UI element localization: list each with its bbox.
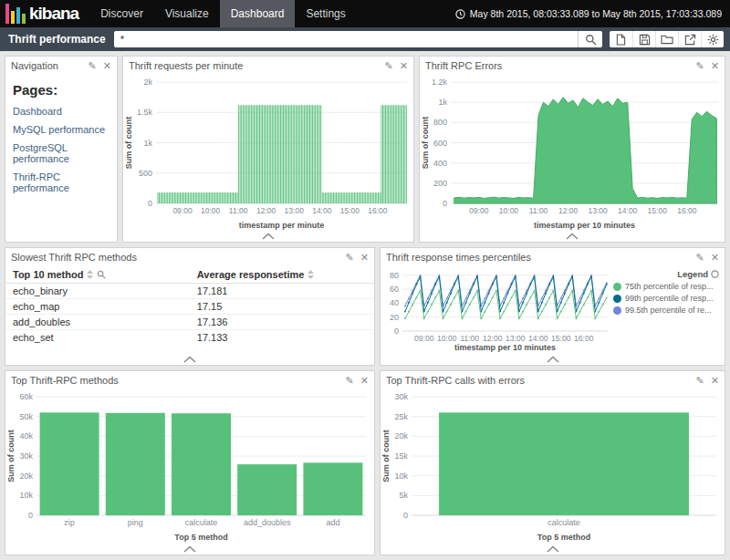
- svg-text:1.2k: 1.2k: [432, 78, 448, 87]
- collapse-panel-button[interactable]: [5, 353, 374, 365]
- kibana-logo-bars-icon: [5, 4, 26, 24]
- panel-top-methods: Top Thrift-RPC methods ✎ ✕ 010k20k30k40k…: [5, 370, 375, 555]
- sort-icon[interactable]: [87, 270, 93, 279]
- table-cell: 17.15: [190, 299, 374, 315]
- legend-entry[interactable]: 75th percentile of resp...: [613, 282, 719, 291]
- panel-navigation-header[interactable]: Navigation ✎ ✕: [5, 57, 117, 75]
- collapse-panel-button[interactable]: [381, 353, 725, 365]
- collapse-panel-button[interactable]: [123, 230, 413, 242]
- panel-top-methods-header[interactable]: Top Thrift-RPC methods ✎ ✕: [5, 371, 374, 389]
- top-errors-bar-chart[interactable]: 05k10k15k20k25k30kSum of countTop 5 meth…: [381, 389, 725, 543]
- nav-link-postgresql-performance[interactable]: PostgreSQL performance: [13, 142, 110, 164]
- panel-title: Thrift RPC Errors: [425, 60, 690, 71]
- column-header-method[interactable]: Top 10 method: [5, 266, 190, 284]
- svg-text:ping: ping: [128, 518, 143, 527]
- panel-response-percentiles: Thrift response times percentiles ✎ ✕ 02…: [380, 247, 725, 366]
- svg-text:timestamp per 10 minutes: timestamp per 10 minutes: [534, 221, 635, 230]
- close-panel-icon[interactable]: ✕: [400, 61, 408, 71]
- svg-text:10k: 10k: [19, 491, 33, 500]
- open-folder-icon: [661, 34, 673, 45]
- collapse-panel-button[interactable]: [5, 543, 374, 555]
- collapse-panel-button[interactable]: [420, 230, 725, 242]
- search-button[interactable]: [578, 31, 602, 47]
- panel-percentiles-header[interactable]: Thrift response times percentiles ✎ ✕: [381, 248, 725, 266]
- close-panel-icon[interactable]: ✕: [103, 61, 111, 71]
- legend-toggle-icon: [711, 270, 719, 278]
- svg-text:12:00: 12:00: [256, 206, 276, 215]
- svg-text:200: 200: [433, 179, 447, 188]
- svg-text:2k: 2k: [143, 78, 152, 87]
- share-external-icon: [684, 34, 696, 46]
- svg-text:400: 400: [433, 159, 447, 168]
- options-button[interactable]: [701, 31, 724, 47]
- nav-link-mysql-performance[interactable]: MySQL performance: [13, 124, 110, 135]
- close-panel-icon[interactable]: ✕: [711, 61, 719, 71]
- close-panel-icon[interactable]: ✕: [711, 376, 719, 386]
- edit-panel-icon[interactable]: ✎: [696, 376, 704, 386]
- edit-panel-icon[interactable]: ✎: [346, 376, 354, 386]
- panel-slowest-header[interactable]: Slowest Thrift RPC methods ✎ ✕: [5, 248, 374, 266]
- svg-text:1.5k: 1.5k: [137, 108, 153, 117]
- nav-link-dashboard[interactable]: Dashboard: [13, 106, 110, 117]
- close-panel-icon[interactable]: ✕: [711, 253, 719, 263]
- save-dashboard-button[interactable]: [632, 31, 655, 47]
- top-methods-bar-chart[interactable]: 010k20k30k40k50k60kSum of countTop 5 met…: [5, 389, 374, 543]
- svg-text:40k: 40k: [19, 431, 33, 441]
- percentiles-line-chart[interactable]: 02040608009:0010:0011:0012:0013:0014:001…: [381, 266, 611, 353]
- svg-text:Sum of count: Sum of count: [6, 430, 16, 482]
- navigation-links: DashboardMySQL performancePostgreSQL per…: [13, 106, 110, 201]
- svg-text:60: 60: [390, 285, 399, 294]
- svg-text:timestamp per minute: timestamp per minute: [239, 221, 325, 230]
- edit-panel-icon[interactable]: ✎: [385, 61, 393, 71]
- edit-panel-icon[interactable]: ✎: [696, 61, 704, 71]
- nav-link-thrift-rpc-performance[interactable]: Thrift-RPC performance: [13, 171, 110, 193]
- nav-tab-settings[interactable]: Settings: [295, 0, 356, 27]
- legend-toggle[interactable]: Legend: [613, 269, 719, 279]
- close-panel-icon[interactable]: ✕: [360, 376, 369, 386]
- kibana-logo[interactable]: kibana: [0, 0, 89, 27]
- svg-text:11:00: 11:00: [229, 206, 248, 215]
- legend-entry[interactable]: 99th percentile of resp...: [613, 294, 719, 303]
- table-cell: 17.181: [190, 284, 374, 299]
- dashboard-grid: Navigation ✎ ✕ Pages: DashboardMySQL per…: [0, 51, 730, 560]
- slowest-methods-table: Top 10 method Average responsetime: [5, 266, 374, 345]
- query-input[interactable]: [114, 31, 578, 47]
- load-dashboard-button[interactable]: [655, 31, 678, 47]
- filter-search-icon[interactable]: [97, 270, 106, 279]
- time-range-picker[interactable]: May 8th 2015, 08:03:33.089 to May 8th 20…: [455, 0, 730, 27]
- thrift-requests-bar-chart[interactable]: 05001k1.5k2k09:0010:0011:0012:0013:0014:…: [123, 75, 413, 230]
- svg-text:1k: 1k: [438, 98, 447, 107]
- edit-panel-icon[interactable]: ✎: [346, 253, 354, 263]
- column-header-responsetime[interactable]: Average responsetime: [190, 266, 374, 284]
- collapse-panel-button[interactable]: [381, 543, 725, 555]
- table-cell: echo_binary: [5, 284, 190, 299]
- close-panel-icon[interactable]: ✕: [360, 253, 369, 263]
- svg-text:14:00: 14:00: [618, 206, 638, 215]
- svg-text:15k: 15k: [394, 451, 408, 461]
- sort-icon[interactable]: [308, 270, 314, 279]
- edit-panel-icon[interactable]: ✎: [89, 61, 97, 71]
- svg-text:14:00: 14:00: [528, 334, 548, 343]
- thrift-rpc-errors-area-chart[interactable]: 02004006008001k1.2k09:0010:0011:0012:001…: [420, 75, 725, 230]
- legend-label: 99.5th percentile of re...: [625, 306, 712, 315]
- panel-top-errors-header[interactable]: Top Thrift-RPC calls with errors ✎ ✕: [381, 371, 725, 389]
- panel-rpc-errors-header[interactable]: Thrift RPC Errors ✎ ✕: [420, 57, 725, 75]
- nav-tab-dashboard[interactable]: Dashboard: [220, 0, 296, 27]
- table-cell: add_doubles: [5, 315, 190, 330]
- edit-panel-icon[interactable]: ✎: [696, 253, 704, 263]
- svg-text:10:00: 10:00: [437, 334, 457, 343]
- nav-tab-discover[interactable]: Discover: [89, 0, 154, 27]
- table-cell: echo_map: [5, 299, 190, 315]
- svg-text:calculate: calculate: [185, 518, 218, 527]
- table-row: echo_binary17.181: [5, 284, 374, 299]
- svg-text:500: 500: [139, 169, 152, 178]
- nav-tab-visualize[interactable]: Visualize: [154, 0, 220, 27]
- panel-title: Slowest Thrift RPC methods: [11, 252, 339, 263]
- main-nav-tabs: DiscoverVisualizeDashboardSettings: [89, 0, 357, 27]
- new-dashboard-button[interactable]: [610, 31, 632, 47]
- panel-requests-header[interactable]: Thrift requests per minute ✎ ✕: [123, 57, 413, 75]
- legend-entry[interactable]: 99.5th percentile of re...: [613, 306, 719, 315]
- share-dashboard-button[interactable]: [678, 31, 701, 47]
- svg-text:15:00: 15:00: [551, 334, 571, 343]
- svg-text:10k: 10k: [394, 472, 408, 481]
